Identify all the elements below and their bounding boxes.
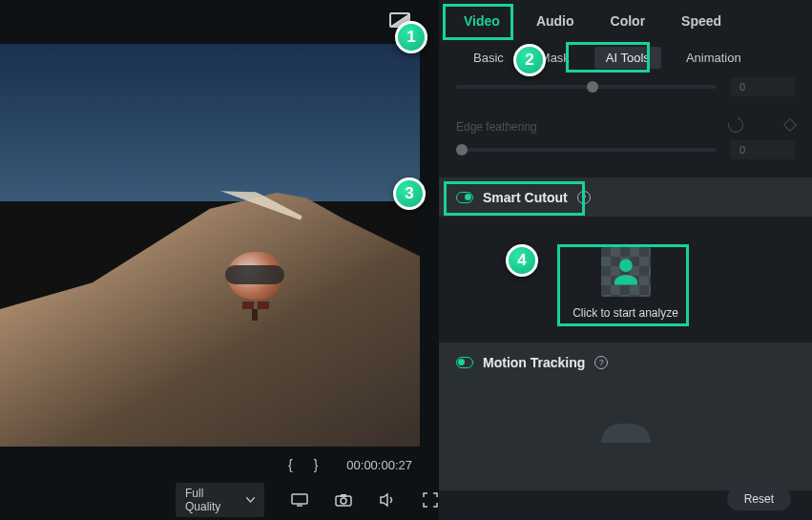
timecode: 00:00:00:27	[346, 458, 412, 472]
person-icon	[609, 255, 643, 289]
slider-1-value[interactable]: 0	[730, 77, 795, 96]
reset-icon[interactable]	[725, 114, 746, 135]
motion-tracking-help-icon[interactable]: ?	[594, 356, 608, 369]
smart-cutout-toggle[interactable]	[456, 192, 473, 203]
subtab-ai-tools[interactable]: AI Tools	[594, 47, 661, 69]
fullscreen-icon[interactable]	[423, 492, 439, 508]
step-badge-3: 3	[393, 177, 426, 210]
svg-rect-4	[341, 494, 346, 497]
snapshot-icon[interactable]	[335, 492, 352, 508]
reset-button[interactable]: Reset	[727, 488, 791, 510]
start-analyze-label: Click to start analyze	[573, 306, 678, 320]
mark-out-bracket[interactable]: }	[314, 457, 319, 472]
tab-speed[interactable]: Speed	[668, 8, 735, 34]
slider-1[interactable]	[456, 85, 717, 89]
step-badge-4: 4	[506, 244, 538, 277]
keyframe-icon[interactable]	[783, 118, 797, 132]
tab-video[interactable]: Video	[450, 8, 513, 34]
tab-color[interactable]: Color	[597, 8, 659, 34]
edge-feathering-slider[interactable]	[456, 148, 717, 152]
motion-tracking-toggle[interactable]	[456, 357, 473, 368]
video-preview	[0, 44, 420, 447]
motion-tracking-label: Motion Tracking	[483, 355, 585, 370]
motion-tracking-placeholder	[601, 424, 651, 443]
display-icon[interactable]	[291, 492, 308, 508]
step-badge-2: 2	[513, 44, 546, 76]
smart-cutout-help-icon[interactable]: ?	[577, 191, 591, 204]
tab-audio[interactable]: Audio	[523, 8, 588, 34]
quality-dropdown[interactable]: Full Quality	[176, 483, 264, 517]
subtab-basic[interactable]: Basic	[462, 47, 515, 69]
edge-feathering-value[interactable]: 0	[730, 140, 795, 159]
svg-rect-0	[292, 494, 307, 504]
step-badge-1: 1	[395, 21, 427, 53]
start-analyze-button[interactable]: Click to start analyze	[573, 247, 678, 320]
mark-in-bracket[interactable]: {	[288, 457, 293, 472]
svg-point-3	[341, 498, 346, 504]
edge-feathering-label: Edge feathering	[456, 114, 715, 135]
smart-cutout-label: Smart Cutout	[483, 190, 568, 205]
subtab-animation[interactable]: Animation	[675, 47, 753, 69]
volume-icon[interactable]	[379, 492, 396, 508]
